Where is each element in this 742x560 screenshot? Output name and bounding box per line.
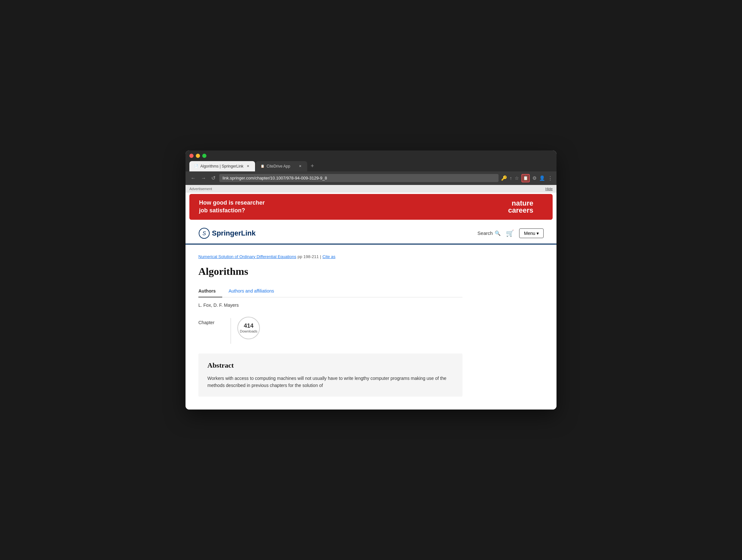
close-button[interactable] [190,154,194,158]
share-icon[interactable]: ↑ [510,175,512,181]
chapter-divider [230,318,231,344]
page-content: Advertisement Hide How good is researche… [186,185,556,410]
chapter-label: Chapter [198,317,224,325]
ad-text-line1: How good is researcher [199,199,265,206]
traffic-lights [190,154,552,158]
downloads-number: 414 [244,322,254,329]
article-area: Numerical Solution of Ordinary Different… [186,245,475,410]
ad-label: Advertisement [190,187,212,191]
ad-logo-nature: nature [508,200,533,207]
cart-icon[interactable]: 🛒 [506,230,514,237]
tab-springerlink[interactable]: 📄 Algorithms | SpringerLink ✕ [190,161,255,171]
browser-chrome: 📄 Algorithms | SpringerLink ✕ 📋 CiteDriv… [186,150,556,171]
citedrive-icon: 📋 [523,175,528,181]
header-actions: Search 🔍 🛒 Menu ▾ [478,228,544,238]
tabs-bar: 📄 Algorithms | SpringerLink ✕ 📋 CiteDriv… [190,161,552,171]
tab-affiliations-label: Authors and affiliations [229,288,274,294]
springer-logo[interactable]: S SpringerLink [198,227,256,239]
authors-list: L. Fox, D. F. Mayers [198,303,463,308]
back-button[interactable]: ← [190,174,197,182]
abstract-section: Abstract Workers with access to computin… [198,353,463,397]
more-options-icon[interactable]: ⋮ [548,175,552,181]
chapter-section: Chapter 414 Downloads [198,317,463,344]
extensions-icon[interactable]: ⚙ [532,175,536,181]
browser-window: 📄 Algorithms | SpringerLink ✕ 📋 CiteDriv… [186,150,556,410]
bookmark-icon[interactable]: ☆ [515,175,519,181]
ad-hide-button[interactable]: Hide [545,187,552,191]
svg-text:S: S [203,231,206,236]
springer-text: Springer [212,229,241,237]
search-button[interactable]: Search 🔍 [478,231,501,236]
breadcrumb-pages: pp 198-211 [298,254,319,259]
cite-as-link[interactable]: Cite as [322,254,335,259]
abstract-text: Workers with access to computing machine… [207,375,454,389]
link-text: Link [241,229,255,237]
tab-title-2: CiteDrive App [267,164,296,168]
ad-text: How good is researcher job satisfaction? [199,199,265,214]
address-actions: 🔑 ↑ ☆ 📋 ⚙ 👤 ⋮ [501,174,553,183]
reload-button[interactable]: ↺ [210,174,217,182]
advertisement-bar: Advertisement Hide [186,185,556,193]
tab-close-2[interactable]: ✕ [298,164,303,169]
tab-authors[interactable]: Authors [198,285,222,297]
tab-favicon-2: 📋 [260,164,265,168]
search-label: Search [478,231,493,236]
lock-icon: 🔑 [501,175,507,181]
ad-banner[interactable]: How good is researcher job satisfaction?… [190,194,552,220]
menu-button[interactable]: Menu ▾ [519,228,544,238]
abstract-title: Abstract [207,361,454,369]
downloads-label: Downloads [240,329,257,333]
new-tab-button[interactable]: + [308,162,317,171]
springer-logo-text: SpringerLink [212,229,256,238]
forward-button[interactable]: → [200,174,207,182]
ad-logo-careers: careers [508,207,533,214]
tab-authors-affiliations[interactable]: Authors and affiliations [222,285,280,297]
tab-authors-label: Authors [198,288,216,294]
address-input[interactable] [219,174,498,182]
downloads-circle: 414 Downloads [237,317,260,339]
tab-close-1[interactable]: ✕ [246,164,251,169]
menu-label: Menu ▾ [524,231,539,236]
breadcrumb-pipe: | [320,254,321,259]
authors-tabs: Authors Authors and affiliations [198,285,463,297]
springer-header: S SpringerLink Search 🔍 🛒 Menu ▾ [186,223,556,245]
search-icon: 🔍 [495,231,501,236]
breadcrumb: Numerical Solution of Ordinary Different… [198,254,463,259]
profile-icon[interactable]: 👤 [539,175,545,181]
citedrive-extension-button[interactable]: 📋 [521,174,530,183]
article-title: Algorithms [198,265,463,277]
tab-favicon-1: 📄 [194,164,198,168]
ad-text-line2: job satisfaction? [199,207,245,214]
springer-logo-icon: S [198,227,210,239]
tab-title-1: Algorithms | SpringerLink [200,164,244,168]
tab-citedrive[interactable]: 📋 CiteDrive App ✕ [256,161,307,171]
address-bar: ← → ↺ 🔑 ↑ ☆ 📋 ⚙ 👤 ⋮ [186,171,556,185]
ad-logo: nature careers [508,200,533,214]
maximize-button[interactable] [202,154,206,158]
minimize-button[interactable] [196,154,200,158]
breadcrumb-book-link[interactable]: Numerical Solution of Ordinary Different… [198,254,296,259]
